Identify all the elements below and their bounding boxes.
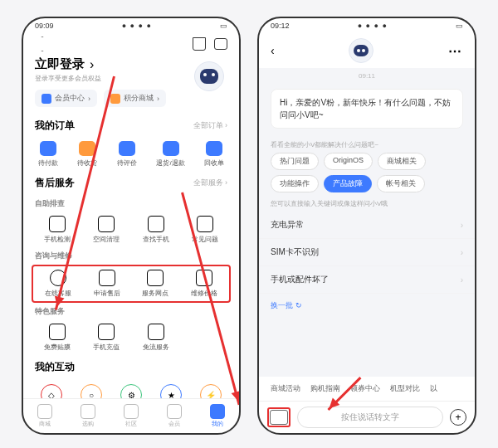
more-icon[interactable]: ⋯	[448, 43, 463, 59]
order-pending-review[interactable]: 待评价	[117, 141, 137, 168]
chip-product-fault[interactable]: 产品故障	[324, 175, 372, 192]
aftersale-more[interactable]: 全部服务 ›	[193, 178, 228, 188]
wrench-icon	[196, 270, 212, 286]
online-service[interactable]: 在线客服	[37, 270, 81, 298]
chip-hot[interactable]: 热门问题	[271, 153, 319, 170]
top-bar	[23, 33, 239, 55]
clock: 09:12	[271, 22, 290, 30]
quick-link[interactable]: 以	[430, 383, 437, 394]
diamond-icon	[167, 404, 182, 419]
orders-more[interactable]: 全部订单 ›	[193, 120, 228, 131]
order-refund[interactable]: 退货/退款	[156, 141, 184, 168]
diamond-icon	[42, 94, 51, 104]
feature-sub: 特色服务	[23, 303, 239, 320]
chip-account[interactable]: 帐号相关	[377, 175, 425, 192]
chat-input-bar: 按住说话转文字 +	[259, 401, 475, 433]
status-bar: 09:12 ● ● ● ● ▭	[259, 18, 475, 33]
messages-icon[interactable]	[214, 38, 227, 50]
chat-header: ‹ ⋯	[259, 33, 475, 68]
plus-button[interactable]: +	[450, 409, 466, 426]
greeting-bubble: Hi，亲爱的V粉，新年快乐！有什么问题，不妨问问小V吧~	[271, 89, 463, 129]
order-pending-receive[interactable]: 待收货	[77, 141, 97, 168]
order-row: 待付款 待收货 待评价 退货/退款 回收单	[23, 138, 239, 171]
faq-broken[interactable]: 手机或配件坏了›	[259, 266, 475, 294]
status-bar: 09:09 ● ● ● ● ▭	[23, 18, 239, 33]
free-film[interactable]: 免费贴膜	[35, 324, 80, 352]
chip-mall[interactable]: 商城相关	[378, 153, 426, 170]
interact-circle-icon[interactable]: ○	[81, 384, 102, 398]
quick-link[interactable]: 机型对比	[390, 383, 420, 394]
chat-icon	[119, 141, 135, 156]
quick-link[interactable]: 购机指南	[310, 383, 340, 394]
tab-shop[interactable]: 选购	[81, 404, 95, 428]
tab-community[interactable]: 社区	[124, 404, 139, 428]
broom-icon	[98, 216, 115, 232]
cart-icon[interactable]	[193, 37, 206, 51]
tab-member[interactable]: 会员	[167, 404, 182, 428]
interact-diamond-icon[interactable]: ◇	[41, 384, 62, 398]
clock: 09:09	[35, 22, 54, 30]
quick-link[interactable]: 商城活动	[271, 383, 300, 394]
tab-bar: 商城 选购 社区 会员 我的	[23, 398, 239, 433]
free-data[interactable]: 免流服务	[134, 324, 178, 352]
recycle-icon	[206, 141, 222, 156]
consult-sub: 咨询与维修	[23, 247, 239, 265]
chip-function[interactable]: 功能操作	[271, 175, 319, 192]
order-pending-pay[interactable]: 待付款	[38, 141, 58, 168]
space-clean[interactable]: 空间清理	[85, 216, 129, 244]
points-mall-pill[interactable]: 积分商城›	[104, 90, 166, 107]
order-recycle[interactable]: 回收单	[204, 141, 224, 168]
orders-title: 我的订单	[35, 119, 75, 133]
store-icon	[147, 270, 164, 286]
status-icons: ● ● ● ●	[358, 22, 388, 30]
chevron-right-icon: ›	[461, 221, 463, 230]
heart-icon	[37, 404, 52, 419]
phone-right: 09:12 ● ● ● ● ▭ ‹ ⋯ 09:11 Hi，亲爱的V粉，新年快乐！…	[257, 17, 476, 435]
faq-sim[interactable]: SIM卡不识别›	[259, 239, 475, 266]
form-icon	[99, 270, 115, 286]
chat-timestamp: 09:11	[259, 68, 475, 84]
chip-originos[interactable]: OriginOS	[324, 153, 373, 170]
login-title: 立即登录	[35, 56, 85, 72]
hint-text: 看看全能的小V都能解决什么问题吧~	[259, 134, 475, 153]
signal-icon	[148, 324, 164, 340]
keyboard-button-highlight	[267, 407, 290, 427]
interact-title: 我的互动	[35, 360, 75, 374]
globe-icon	[124, 404, 139, 419]
chevron-right-icon: ›	[90, 57, 94, 72]
tab-mall[interactable]: 商城	[37, 404, 52, 428]
keyboard-icon[interactable]	[270, 410, 288, 425]
faq[interactable]: 常见问题	[183, 216, 228, 244]
phone-left: 09:09 ● ● ● ● ▭ 立即登录 › 登录享受更多会员权益 会员中心› …	[22, 17, 241, 435]
tag-icon	[81, 404, 95, 419]
chat-avatar[interactable]	[349, 38, 374, 63]
question-icon	[197, 216, 213, 232]
quick-link[interactable]: 领券中心	[350, 383, 380, 394]
battery-indicator: ▭	[456, 22, 463, 30]
box-icon	[79, 141, 95, 156]
faq-charging[interactable]: 充电异常›	[259, 212, 475, 239]
voice-input[interactable]: 按住说话转文字	[297, 407, 443, 428]
repair-price[interactable]: 维修价格	[183, 270, 227, 298]
phone-diag[interactable]: 手机检测	[35, 216, 80, 244]
locate-icon	[148, 216, 164, 232]
settings-icon[interactable]	[35, 37, 50, 51]
coin-icon	[110, 94, 120, 104]
tab-mine[interactable]: 我的	[210, 404, 225, 428]
apply-aftersale[interactable]: 申请售后	[85, 270, 129, 298]
find-phone[interactable]: 查找手机	[134, 216, 178, 244]
phone-topup[interactable]: 手机充值	[85, 324, 129, 352]
avatar[interactable]	[194, 61, 224, 91]
shield-icon	[49, 324, 66, 340]
interact-gear-icon[interactable]: ⚙	[120, 384, 142, 398]
refresh-batch[interactable]: 换一批 ↻	[259, 294, 475, 318]
phone-icon	[49, 216, 66, 232]
chevron-right-icon: ›	[461, 275, 463, 285]
service-point[interactable]: 服务网点	[134, 270, 178, 298]
topup-icon	[98, 324, 115, 340]
interact-star-icon[interactable]: ★	[160, 384, 182, 398]
quick-links-row: 商城活动 购机指南 领券中心 机型对比 以	[259, 377, 475, 401]
back-button[interactable]: ‹	[271, 44, 275, 57]
member-center-pill[interactable]: 会员中心›	[35, 90, 97, 107]
interact-bolt-icon[interactable]: ⚡	[200, 384, 222, 398]
